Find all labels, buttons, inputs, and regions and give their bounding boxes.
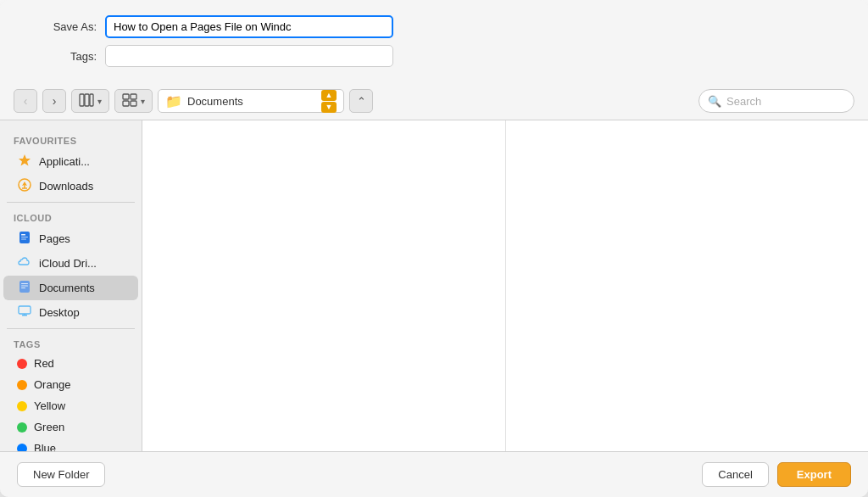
sidebar-item-downloads[interactable]: Downloads [3, 174, 138, 198]
applications-icon [17, 154, 32, 170]
svg-rect-18 [21, 286, 28, 287]
grid-view-button[interactable]: ▾ [114, 89, 153, 113]
tag-red-label: Red [34, 357, 54, 370]
grid-view-icon [122, 93, 137, 109]
file-pane-left[interactable] [142, 120, 506, 451]
location-stepper[interactable]: ▲ ▼ [321, 90, 337, 113]
svg-rect-2 [90, 94, 93, 106]
tags-input[interactable] [105, 45, 393, 67]
save-as-label: Save As: [20, 20, 97, 33]
location-selector[interactable]: 📁 Documents ▲ ▼ [158, 89, 344, 113]
tags-section-label: Tags [0, 332, 142, 353]
sidebar-item-tag-green[interactable]: Green [3, 416, 138, 438]
applications-label: Applicati... [39, 155, 90, 168]
svg-rect-6 [131, 101, 136, 106]
top-form: Save As: Tags: [0, 0, 868, 82]
sidebar-divider-1 [7, 202, 135, 203]
downloads-label: Downloads [39, 180, 93, 193]
tag-dot-red [17, 359, 27, 369]
toolbar: ‹ › ▾ ▾ � [0, 82, 868, 120]
sidebar-divider-2 [7, 328, 135, 329]
svg-rect-1 [85, 94, 89, 106]
sidebar-item-tag-red[interactable]: Red [3, 353, 138, 374]
svg-rect-0 [80, 94, 84, 106]
tag-dot-yellow [17, 401, 27, 411]
sidebar-item-tag-blue[interactable]: Blue [3, 438, 138, 451]
downloads-icon [17, 178, 32, 194]
stepper-down[interactable]: ▼ [321, 102, 337, 113]
documents-icon [17, 280, 32, 296]
icloud-drive-label: iCloud Dri... [39, 257, 97, 270]
sidebar-item-applications[interactable]: Applicati... [3, 149, 138, 174]
search-icon: 🔍 [708, 95, 721, 108]
tags-label: Tags: [20, 50, 97, 63]
column-view-chevron: ▾ [97, 97, 102, 106]
documents-label: Documents [39, 282, 95, 294]
desktop-icon [17, 304, 32, 321]
save-as-row: Save As: [20, 15, 848, 38]
expand-icon: ⌃ [357, 95, 366, 108]
svg-rect-13 [21, 234, 25, 236]
sidebar-item-documents[interactable]: Documents [3, 276, 138, 300]
svg-marker-7 [19, 154, 31, 166]
sidebar-item-tag-yellow[interactable]: Yellow [3, 395, 138, 416]
icloud-section-label: iCloud [0, 206, 142, 226]
svg-rect-16 [19, 281, 30, 293]
svg-rect-17 [21, 283, 28, 284]
tag-dot-green [17, 422, 27, 433]
tag-dot-orange [17, 380, 27, 390]
save-dialog: Save As: Tags: ‹ › ▾ [0, 0, 868, 497]
svg-rect-14 [21, 237, 28, 237]
forward-button[interactable]: › [42, 89, 66, 113]
column-view-icon [79, 93, 94, 109]
sidebar-item-pages[interactable]: Pages [3, 226, 138, 251]
save-as-input[interactable] [105, 15, 393, 38]
sidebar: Favourites Applicati... [0, 120, 142, 451]
svg-rect-21 [22, 315, 27, 316]
folder-icon: 📁 [165, 93, 182, 109]
file-area[interactable] [142, 120, 868, 451]
svg-rect-4 [131, 94, 136, 99]
svg-rect-15 [21, 239, 26, 240]
tag-green-label: Green [34, 421, 64, 433]
favourites-section-label: Favourites [0, 129, 142, 149]
sidebar-item-tag-orange[interactable]: Orange [3, 374, 138, 395]
desktop-label: Desktop [39, 306, 80, 319]
grid-view-chevron: ▾ [141, 97, 145, 106]
search-box: 🔍 [698, 89, 854, 113]
tag-dot-blue [17, 444, 27, 452]
svg-rect-3 [123, 94, 129, 99]
column-view-button[interactable]: ▾ [71, 89, 109, 113]
pages-icon [17, 231, 32, 247]
bottom-bar: New Folder Cancel Export [0, 451, 868, 497]
cancel-button[interactable]: Cancel [702, 462, 768, 487]
sidebar-item-desktop[interactable]: Desktop [3, 300, 138, 325]
search-input[interactable] [726, 95, 845, 108]
pages-label: Pages [39, 232, 70, 245]
sidebar-item-icloud-drive[interactable]: iCloud Dri... [3, 251, 138, 276]
export-button[interactable]: Export [777, 462, 851, 487]
file-pane-right[interactable] [506, 120, 869, 451]
location-name: Documents [187, 95, 316, 108]
tags-row: Tags: [20, 45, 848, 67]
tag-blue-label: Blue [34, 442, 56, 451]
expand-button[interactable]: ⌃ [349, 89, 373, 113]
main-content: Favourites Applicati... [0, 120, 868, 451]
stepper-up[interactable]: ▲ [321, 90, 337, 101]
new-folder-button[interactable]: New Folder [17, 462, 105, 487]
svg-rect-20 [19, 306, 31, 314]
icloud-drive-icon [17, 255, 32, 271]
action-buttons: Cancel Export [702, 462, 851, 487]
svg-rect-19 [21, 288, 25, 288]
tag-yellow-label: Yellow [34, 399, 65, 412]
tag-orange-label: Orange [34, 378, 70, 391]
svg-rect-5 [123, 101, 129, 106]
back-button[interactable]: ‹ [14, 89, 37, 113]
